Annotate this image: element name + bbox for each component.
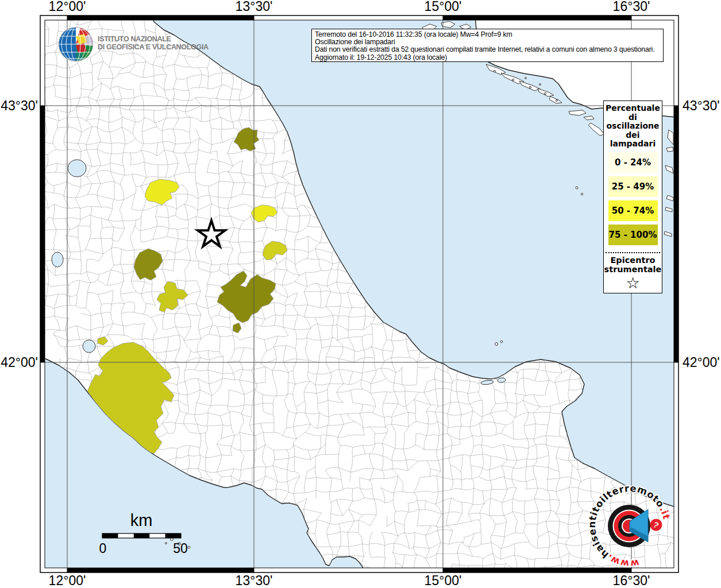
axis-label-right-2: 42°00' — [683, 355, 720, 370]
legend-swatch-0-24: 0 - 24% — [608, 152, 658, 173]
map-canvas: 12°00' 13°30' 15°00' 16°30' 12°00' 13°30… — [0, 0, 721, 588]
axis-label-top-3: 15°00' — [425, 0, 462, 14]
event-info-line3: Dati non verificati estratti da 52 quest… — [315, 46, 660, 53]
axis-label-top-2: 13°30' — [236, 0, 273, 14]
scale-bar-start: 0 — [99, 541, 107, 556]
ingv-name-line1: ISTITUTO NAZIONALE — [98, 35, 171, 43]
legend-swatch-50-74: 50 - 74% — [608, 200, 658, 221]
scale-bar-end: 50 — [173, 541, 188, 556]
legend-epicenter-line1: Epicentro — [604, 256, 662, 265]
scale-bar-unit: km — [130, 511, 153, 529]
ingv-name-line2: DI GEOFISICA E VULCANOLOGIA — [98, 43, 209, 51]
legend-title-line: dei — [604, 131, 662, 140]
axis-label-top-1: 12°00' — [49, 0, 86, 14]
axis-label-bottom-1: 12°00' — [49, 573, 86, 588]
event-info-box: Terremoto del 16-10-2016 11:32:35 (ora l… — [311, 29, 664, 62]
map-screenshot: 12°00' 13°30' 15°00' 16°30' 12°00' 13°30… — [0, 0, 721, 588]
legend-star-icon: ☆ — [604, 275, 662, 291]
legend-divider — [606, 252, 660, 253]
legend-title-line: oscillazione — [604, 122, 662, 131]
legend-title-line: lampadari — [604, 140, 662, 149]
axis-label-bottom-3: 15°00' — [425, 573, 462, 588]
axis-label-bottom-4: 16°30' — [613, 573, 650, 588]
legend-swatch-75-100: 75 - 100% — [608, 225, 658, 245]
axis-label-left-2: 42°00' — [1, 355, 38, 370]
axis-label-bottom-2: 13°30' — [236, 573, 273, 588]
legend-title: Percentuale di oscillazione dei lampadar… — [604, 101, 662, 149]
legend-epicenter-line2: strumentale — [604, 265, 662, 274]
axis-label-top-4: 16°30' — [613, 0, 650, 14]
axis-label-left-1: 43°30' — [1, 98, 38, 113]
legend-swatch-25-49: 25 - 49% — [608, 176, 658, 197]
legend-title-line: di — [604, 113, 662, 122]
axis-label-right-1: 43°30' — [683, 98, 720, 113]
legend-title-line: Percentuale — [604, 104, 662, 113]
legend: Percentuale di oscillazione dei lampadar… — [603, 100, 662, 293]
event-info-line4: Aggiornato il: 19-12-2025 10:43 (ora loc… — [315, 54, 660, 61]
question-mark-icon: ? — [650, 519, 662, 531]
